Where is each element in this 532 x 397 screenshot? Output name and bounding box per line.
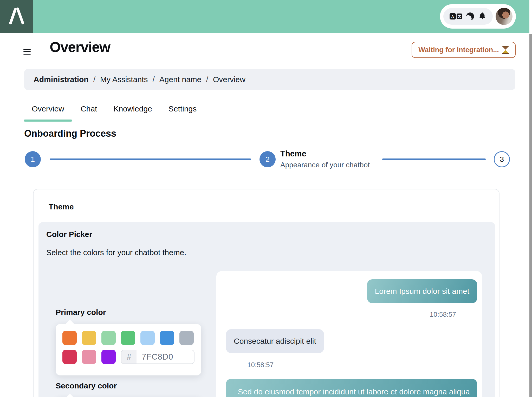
translate-char-glyph: 文 — [457, 14, 462, 19]
app-screen: A 文 Overview Waiting for integration... … — [0, 0, 532, 397]
color-swatch[interactable] — [121, 331, 135, 345]
scrollbar[interactable] — [529, 34, 532, 397]
tab-knowledge[interactable]: Knowledge — [106, 101, 159, 122]
chat-message-bot: Sed do eiusmod tempor incididunt ut labo… — [226, 379, 477, 397]
onboarding-stepper: 1 2 Theme Appearance of your chatbot 3 — [24, 149, 515, 180]
step-3-circle[interactable]: 3 — [494, 151, 510, 167]
hex-color-input-group: # — [121, 350, 194, 364]
user-avatar[interactable] — [496, 8, 512, 25]
swatch-row-1 — [62, 331, 194, 345]
color-picker-panel: Color Picker Select the colors for your … — [38, 222, 495, 397]
hourglass-icon — [502, 46, 509, 54]
integration-status-button[interactable]: Waiting for integration... — [412, 42, 516, 58]
color-picker-description: Select the colors for your chatbot theme… — [46, 248, 186, 257]
app-logo[interactable] — [0, 0, 33, 33]
dark-mode-moon-icon[interactable] — [466, 12, 475, 21]
status-label: Waiting for integration... — [418, 46, 499, 54]
logo-mark-icon — [7, 6, 27, 27]
color-swatch[interactable] — [101, 331, 116, 345]
page-title: Overview — [50, 39, 110, 55]
theme-card-title: Theme — [49, 202, 74, 211]
step-1-circle[interactable]: 1 — [25, 151, 41, 167]
breadcrumb-separator: / — [152, 75, 154, 84]
chat-message-time: 10:58:57 — [430, 310, 456, 319]
color-swatch[interactable] — [82, 331, 96, 345]
breadcrumb-item-my-assistants[interactable]: My Assistants — [100, 75, 148, 84]
breadcrumb: Administration / My Assistants / Agent n… — [24, 69, 515, 90]
breadcrumb-separator: / — [93, 75, 95, 84]
hex-prefix: # — [121, 350, 137, 363]
user-toolbar: A 文 — [440, 4, 516, 29]
tab-settings[interactable]: Settings — [161, 101, 204, 122]
chat-message-user: Consecatur adiscipit elit — [226, 329, 324, 353]
chat-message-bot: Lorem Ipsum dolor sit amet — [367, 279, 477, 303]
toolbar-icons-group: A 文 — [443, 8, 493, 25]
chat-message-time: 10:58:57 — [247, 361, 274, 369]
color-swatch[interactable] — [160, 331, 174, 345]
breadcrumb-item-agent-name[interactable]: Agent name — [159, 75, 202, 84]
step-2-title: Theme — [280, 149, 370, 158]
notifications-bell-icon[interactable] — [478, 12, 486, 21]
chatbot-preview: Lorem Ipsum dolor sit amet 10:58:57 Cons… — [216, 271, 482, 397]
breadcrumb-separator: / — [206, 75, 208, 84]
breadcrumb-item-overview[interactable]: Overview — [213, 75, 245, 84]
color-swatch[interactable] — [140, 331, 155, 345]
theme-card: Theme Color Picker Select the colors for… — [33, 189, 499, 397]
primary-color-popup: # — [56, 324, 201, 375]
translate-a-glyph: A — [450, 13, 456, 19]
color-swatch[interactable] — [62, 350, 77, 364]
step-2-circle[interactable]: 2 — [259, 151, 276, 167]
step-connector-line — [382, 158, 486, 160]
onboarding-title: Onboarding Process — [24, 128, 116, 139]
tab-overview[interactable]: Overview — [24, 101, 72, 122]
color-swatch[interactable] — [82, 350, 96, 364]
color-swatch[interactable] — [62, 331, 77, 345]
tab-bar: Overview Chat Knowledge Settings — [24, 101, 204, 122]
breadcrumb-item-administration[interactable]: Administration — [34, 75, 89, 84]
step-connector-line — [50, 158, 251, 160]
secondary-color-label: Secondary color — [56, 381, 117, 390]
step-2-subtitle: Appearance of your chatbot — [280, 161, 370, 169]
color-swatch[interactable] — [179, 331, 194, 345]
color-picker-title: Color Picker — [46, 230, 92, 239]
step-2-text: Theme Appearance of your chatbot — [280, 149, 370, 169]
menu-hamburger-icon[interactable] — [23, 49, 31, 55]
tab-chat[interactable]: Chat — [73, 101, 105, 122]
primary-color-label: Primary color — [56, 308, 106, 317]
swatch-row-2: # — [62, 350, 194, 364]
language-translate-icon[interactable]: A 文 — [450, 13, 462, 19]
color-swatch[interactable] — [101, 350, 116, 364]
hex-color-input[interactable] — [137, 350, 194, 363]
